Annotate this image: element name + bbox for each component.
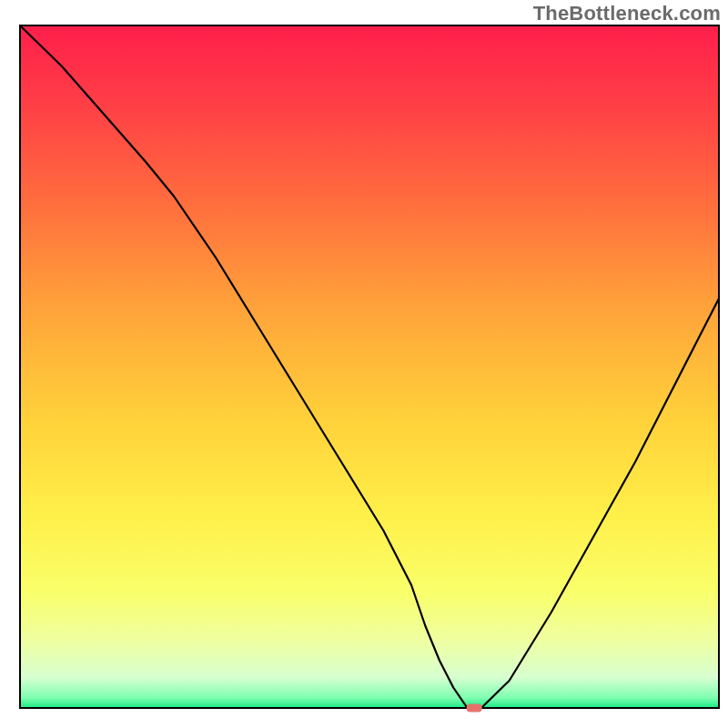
watermark-text: TheBottleneck.com (533, 2, 721, 25)
bottleneck-chart (0, 0, 728, 728)
chart-container: TheBottleneck.com (0, 0, 728, 728)
optimal-point-marker (467, 704, 482, 713)
plot-background (20, 25, 719, 708)
